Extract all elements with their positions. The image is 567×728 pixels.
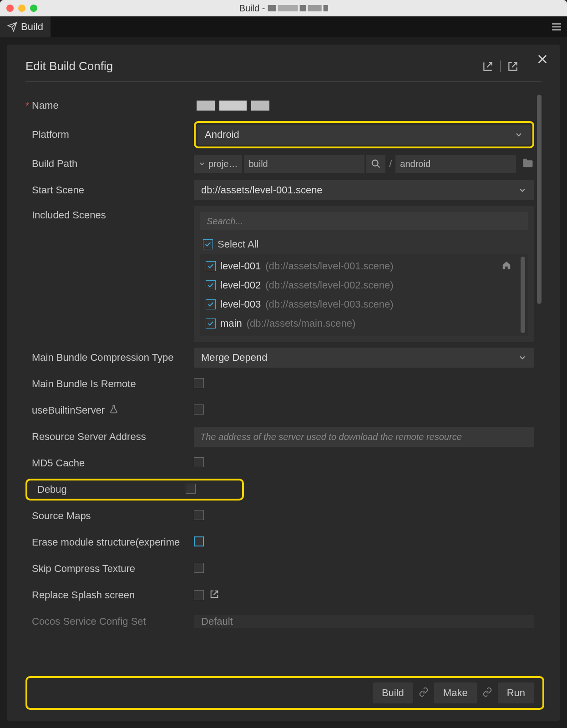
- scrollbar-thumb[interactable]: [537, 95, 542, 304]
- footer-highlight: Build Make Run: [25, 676, 544, 710]
- tab-bar: Build: [0, 16, 567, 37]
- debug-label: Debug: [31, 484, 186, 495]
- svg-point-5: [372, 160, 378, 166]
- debug-checkbox[interactable]: [186, 484, 196, 494]
- name-label: *Name: [25, 100, 194, 111]
- startscene-select[interactable]: db://assets/level-001.scene: [194, 180, 534, 200]
- builtinserver-checkbox[interactable]: [194, 404, 204, 415]
- includedscenes-label: Included Scenes: [25, 206, 194, 221]
- cocos-label: Cocos Service Config Set: [25, 616, 194, 627]
- splash-checkbox[interactable]: [194, 590, 204, 600]
- erasemod-checkbox[interactable]: [194, 536, 204, 546]
- serveraddr-label: Resource Server Address: [25, 431, 194, 443]
- external-link-icon: [209, 589, 219, 599]
- tab-build[interactable]: Build: [0, 16, 51, 37]
- scene-checkbox[interactable]: [206, 299, 216, 309]
- chevron-down-icon: [518, 353, 527, 362]
- build-button[interactable]: Build: [373, 682, 413, 703]
- name-value: [194, 101, 534, 111]
- scene-item[interactable]: level-001 (db://assets/level-001.scene): [203, 257, 525, 276]
- window-title: Build -: [239, 3, 328, 14]
- flask-icon: [107, 404, 118, 416]
- select-all-label: Select All: [218, 238, 259, 250]
- sourcemaps-label: Source Maps: [25, 510, 194, 522]
- buildpath-folder-input[interactable]: build: [244, 155, 364, 173]
- compression-select[interactable]: Merge Depend: [194, 348, 534, 368]
- search-icon: [371, 159, 381, 169]
- paper-plane-icon: [7, 22, 17, 32]
- skiptex-label: Skip Compress Texture: [25, 563, 194, 575]
- splash-label: Replace Splash screen: [25, 589, 194, 601]
- import-config-icon[interactable]: [482, 61, 494, 72]
- remote-label: Main Bundle Is Remote: [25, 378, 194, 390]
- separator: [500, 61, 501, 72]
- menu-button[interactable]: [546, 16, 567, 37]
- panel-title: Edit Build Config: [25, 59, 113, 73]
- open-folder-button[interactable]: [521, 157, 534, 171]
- remote-checkbox[interactable]: [194, 378, 204, 388]
- window-close-button[interactable]: [6, 5, 14, 12]
- md5-label: MD5 Cache: [25, 457, 194, 469]
- buildpath-root-select[interactable]: proje…: [194, 155, 242, 173]
- builtinserver-label: useBuiltinServer: [25, 404, 194, 416]
- buildpath-search-button[interactable]: [366, 155, 385, 173]
- tab-label: Build: [21, 21, 43, 33]
- chevron-down-icon: [518, 186, 527, 195]
- hamburger-icon: [551, 21, 562, 33]
- folder-icon: [521, 157, 534, 169]
- compression-label: Main Bundle Compression Type: [25, 352, 194, 364]
- close-icon: [536, 53, 549, 66]
- platform-highlight: Android: [194, 121, 534, 148]
- startscene-label: Start Scene: [25, 184, 194, 196]
- buildpath-target-input[interactable]: android: [395, 155, 516, 173]
- startscene-value: db://assets/level-001.scene: [201, 184, 323, 196]
- cocos-select[interactable]: Default: [194, 615, 534, 628]
- open-settings-button[interactable]: [209, 589, 219, 601]
- platform-label: Platform: [25, 129, 194, 141]
- scene-item[interactable]: main (db://assets/main.scene): [203, 314, 525, 333]
- sourcemaps-checkbox[interactable]: [194, 510, 204, 520]
- platform-value: Android: [205, 129, 239, 141]
- chevron-down-icon: [198, 160, 206, 167]
- make-button[interactable]: Make: [434, 682, 477, 703]
- skiptex-checkbox[interactable]: [194, 563, 204, 573]
- run-button[interactable]: Run: [498, 682, 534, 703]
- window-titlebar: Build -: [0, 0, 567, 16]
- link-icon: [482, 687, 492, 699]
- scene-item[interactable]: level-003 (db://assets/level-003.scene): [203, 295, 525, 314]
- platform-select[interactable]: Android: [197, 125, 531, 145]
- export-config-icon[interactable]: [507, 61, 519, 72]
- scene-checkbox[interactable]: [206, 261, 216, 271]
- scene-item[interactable]: level-002 (db://assets/level-002.scene): [203, 276, 525, 295]
- window-zoom-button[interactable]: [30, 5, 37, 12]
- home-icon: [501, 260, 511, 273]
- serveraddr-input[interactable]: The address of the server used to downlo…: [194, 427, 534, 447]
- window-minimize-button[interactable]: [18, 5, 25, 12]
- chevron-down-icon: [514, 130, 523, 139]
- path-separator: /: [387, 158, 394, 170]
- scene-search-input[interactable]: Search...: [200, 212, 528, 230]
- buildpath-label: Build Path: [25, 158, 194, 170]
- close-panel-button[interactable]: [536, 53, 549, 67]
- select-all-checkbox[interactable]: [203, 239, 213, 249]
- compression-value: Merge Depend: [201, 352, 268, 364]
- form-area: *Name Platform Android Build Path proje…: [25, 95, 542, 676]
- md5-checkbox[interactable]: [194, 457, 204, 467]
- scene-checkbox[interactable]: [206, 318, 216, 329]
- included-scenes-box: Search... Select All level-001 (db://ass…: [194, 206, 534, 342]
- scene-checkbox[interactable]: [206, 280, 216, 290]
- build-config-panel: Edit Build Config *Name Platform Android: [7, 45, 560, 721]
- svg-line-6: [377, 165, 380, 168]
- link-icon: [419, 687, 429, 699]
- debug-row-highlight: Debug: [25, 479, 244, 500]
- erasemod-label: Erase module structure(experime: [25, 536, 194, 548]
